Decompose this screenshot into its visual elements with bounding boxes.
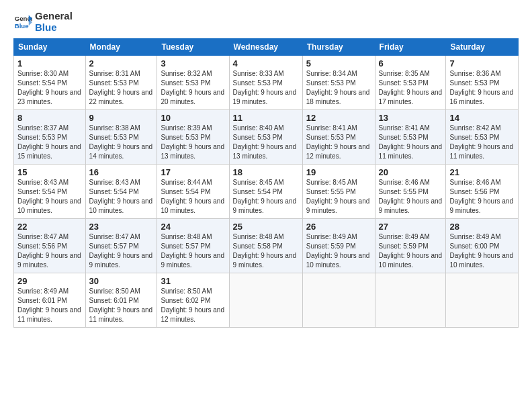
header: General Blue General Blue <box>13 11 519 33</box>
day-info: Sunrise: 8:50 AMSunset: 6:01 PMDaylight:… <box>89 287 154 324</box>
calendar-cell: 28Sunrise: 8:49 AMSunset: 6:00 PMDayligh… <box>446 219 519 273</box>
day-number: 24 <box>161 222 225 232</box>
day-number: 7 <box>449 58 515 68</box>
day-number: 14 <box>449 113 515 123</box>
day-info: Sunrise: 8:33 AMSunset: 5:53 PMDaylight:… <box>233 69 299 107</box>
day-info: Sunrise: 8:48 AMSunset: 5:57 PMDaylight:… <box>161 232 225 270</box>
calendar-cell: 6Sunrise: 8:35 AMSunset: 5:53 PMDaylight… <box>375 56 446 110</box>
day-info: Sunrise: 8:44 AMSunset: 5:54 PMDaylight:… <box>161 178 225 216</box>
day-number: 13 <box>379 113 443 123</box>
day-info: Sunrise: 8:49 AMSunset: 6:01 PMDaylight:… <box>17 287 82 324</box>
day-number: 31 <box>161 276 225 286</box>
day-info: Sunrise: 8:49 AMSunset: 5:59 PMDaylight:… <box>379 232 443 270</box>
weekday-header-monday: Monday <box>85 39 157 56</box>
calendar-cell: 27Sunrise: 8:49 AMSunset: 5:59 PMDayligh… <box>375 219 446 273</box>
calendar-cell: 8Sunrise: 8:37 AMSunset: 5:53 PMDaylight… <box>14 110 86 165</box>
logo-line2: Blue <box>35 22 73 34</box>
calendar-cell: 29Sunrise: 8:49 AMSunset: 6:01 PMDayligh… <box>14 273 86 328</box>
day-number: 16 <box>89 167 154 177</box>
day-info: Sunrise: 8:32 AMSunset: 5:53 PMDaylight:… <box>161 69 225 107</box>
day-info: Sunrise: 8:34 AMSunset: 5:53 PMDaylight:… <box>306 69 371 107</box>
calendar-cell: 30Sunrise: 8:50 AMSunset: 6:01 PMDayligh… <box>85 273 157 328</box>
day-number: 10 <box>161 113 225 123</box>
calendar-cell: 13Sunrise: 8:41 AMSunset: 5:53 PMDayligh… <box>375 110 446 165</box>
calendar-cell: 14Sunrise: 8:42 AMSunset: 5:53 PMDayligh… <box>446 110 519 165</box>
svg-text:Blue: Blue <box>15 21 29 29</box>
logo: General Blue General Blue <box>13 11 73 33</box>
weekday-header-thursday: Thursday <box>302 39 375 56</box>
calendar-week-row: 1Sunrise: 8:30 AMSunset: 5:54 PMDaylight… <box>14 56 519 110</box>
day-info: Sunrise: 8:46 AMSunset: 5:55 PMDaylight:… <box>379 178 443 216</box>
calendar-cell: 2Sunrise: 8:31 AMSunset: 5:53 PMDaylight… <box>85 56 157 110</box>
calendar-cell: 19Sunrise: 8:45 AMSunset: 5:55 PMDayligh… <box>302 165 375 219</box>
calendar-cell: 24Sunrise: 8:48 AMSunset: 5:57 PMDayligh… <box>157 219 229 273</box>
calendar-week-row: 15Sunrise: 8:43 AMSunset: 5:54 PMDayligh… <box>14 165 519 219</box>
day-number: 23 <box>89 222 154 232</box>
calendar-cell: 26Sunrise: 8:49 AMSunset: 5:59 PMDayligh… <box>302 219 375 273</box>
calendar-cell: 4Sunrise: 8:33 AMSunset: 5:53 PMDaylight… <box>229 56 302 110</box>
calendar-week-row: 22Sunrise: 8:47 AMSunset: 5:56 PMDayligh… <box>14 219 519 273</box>
calendar-cell: 25Sunrise: 8:48 AMSunset: 5:58 PMDayligh… <box>229 219 302 273</box>
day-number: 18 <box>233 167 299 177</box>
day-number: 11 <box>233 113 299 123</box>
calendar-cell <box>375 273 446 328</box>
calendar-cell <box>302 273 375 328</box>
calendar-cell: 18Sunrise: 8:45 AMSunset: 5:54 PMDayligh… <box>229 165 302 219</box>
day-info: Sunrise: 8:41 AMSunset: 5:53 PMDaylight:… <box>306 124 371 161</box>
calendar-cell: 22Sunrise: 8:47 AMSunset: 5:56 PMDayligh… <box>14 219 86 273</box>
logo-line1: General <box>35 11 73 22</box>
day-number: 21 <box>449 167 515 177</box>
day-number: 20 <box>379 167 443 177</box>
day-info: Sunrise: 8:45 AMSunset: 5:55 PMDaylight:… <box>306 178 371 216</box>
calendar-cell: 21Sunrise: 8:46 AMSunset: 5:56 PMDayligh… <box>446 165 519 219</box>
weekday-header-friday: Friday <box>375 39 446 56</box>
calendar-cell: 1Sunrise: 8:30 AMSunset: 5:54 PMDaylight… <box>14 56 86 110</box>
calendar-cell <box>229 273 302 328</box>
day-number: 6 <box>379 58 443 68</box>
calendar-cell: 12Sunrise: 8:41 AMSunset: 5:53 PMDayligh… <box>302 110 375 165</box>
calendar-cell: 23Sunrise: 8:47 AMSunset: 5:57 PMDayligh… <box>85 219 157 273</box>
day-number: 25 <box>233 222 299 232</box>
day-info: Sunrise: 8:41 AMSunset: 5:53 PMDaylight:… <box>379 124 443 161</box>
day-info: Sunrise: 8:47 AMSunset: 5:56 PMDaylight:… <box>17 232 82 270</box>
calendar-week-row: 29Sunrise: 8:49 AMSunset: 6:01 PMDayligh… <box>14 273 519 328</box>
day-number: 5 <box>306 58 371 68</box>
day-info: Sunrise: 8:48 AMSunset: 5:58 PMDaylight:… <box>233 232 299 270</box>
day-number: 26 <box>306 222 371 232</box>
day-info: Sunrise: 8:31 AMSunset: 5:53 PMDaylight:… <box>89 69 154 107</box>
day-info: Sunrise: 8:35 AMSunset: 5:53 PMDaylight:… <box>379 69 443 107</box>
day-info: Sunrise: 8:36 AMSunset: 5:53 PMDaylight:… <box>449 69 515 107</box>
calendar-cell: 10Sunrise: 8:39 AMSunset: 5:53 PMDayligh… <box>157 110 229 165</box>
day-number: 27 <box>379 222 443 232</box>
calendar-week-row: 8Sunrise: 8:37 AMSunset: 5:53 PMDaylight… <box>14 110 519 165</box>
day-info: Sunrise: 8:38 AMSunset: 5:53 PMDaylight:… <box>89 124 154 161</box>
day-info: Sunrise: 8:45 AMSunset: 5:54 PMDaylight:… <box>233 178 299 216</box>
day-info: Sunrise: 8:39 AMSunset: 5:53 PMDaylight:… <box>161 124 225 161</box>
day-number: 12 <box>306 113 371 123</box>
day-number: 9 <box>89 113 154 123</box>
day-number: 29 <box>17 276 82 286</box>
day-info: Sunrise: 8:50 AMSunset: 6:02 PMDaylight:… <box>161 287 225 324</box>
day-info: Sunrise: 8:30 AMSunset: 5:54 PMDaylight:… <box>17 69 82 107</box>
weekday-header-sunday: Sunday <box>14 39 86 56</box>
day-number: 1 <box>17 58 82 68</box>
day-info: Sunrise: 8:43 AMSunset: 5:54 PMDaylight:… <box>17 178 82 216</box>
calendar-cell: 17Sunrise: 8:44 AMSunset: 5:54 PMDayligh… <box>157 165 229 219</box>
day-info: Sunrise: 8:37 AMSunset: 5:53 PMDaylight:… <box>17 124 82 161</box>
day-number: 17 <box>161 167 225 177</box>
calendar-cell: 5Sunrise: 8:34 AMSunset: 5:53 PMDaylight… <box>302 56 375 110</box>
calendar-cell: 31Sunrise: 8:50 AMSunset: 6:02 PMDayligh… <box>157 273 229 328</box>
day-info: Sunrise: 8:49 AMSunset: 6:00 PMDaylight:… <box>449 232 515 270</box>
weekday-header-saturday: Saturday <box>446 39 519 56</box>
logo-icon: General Blue <box>13 13 32 32</box>
calendar-cell: 20Sunrise: 8:46 AMSunset: 5:55 PMDayligh… <box>375 165 446 219</box>
page-container: General Blue General Blue SundayMondayTu… <box>0 0 532 334</box>
day-number: 2 <box>89 58 154 68</box>
day-info: Sunrise: 8:40 AMSunset: 5:53 PMDaylight:… <box>233 124 299 161</box>
day-number: 22 <box>17 222 82 232</box>
calendar-cell: 3Sunrise: 8:32 AMSunset: 5:53 PMDaylight… <box>157 56 229 110</box>
calendar-cell: 15Sunrise: 8:43 AMSunset: 5:54 PMDayligh… <box>14 165 86 219</box>
day-info: Sunrise: 8:46 AMSunset: 5:56 PMDaylight:… <box>449 178 515 216</box>
calendar-cell: 7Sunrise: 8:36 AMSunset: 5:53 PMDaylight… <box>446 56 519 110</box>
calendar-cell <box>446 273 519 328</box>
